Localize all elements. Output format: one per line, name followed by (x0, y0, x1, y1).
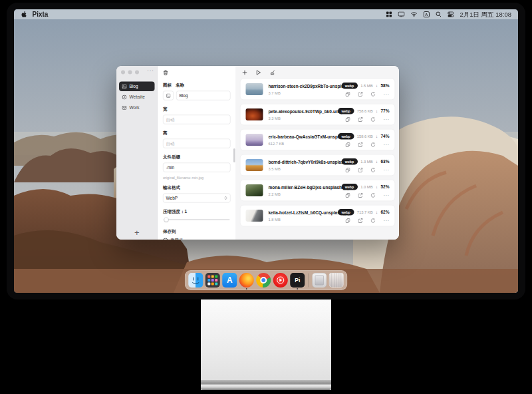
control-center-icon[interactable] (448, 11, 454, 18)
file-new-size: 158.6 KB (357, 134, 373, 138)
file-card: bernd-dittrich-7qbvY0ri9k8s-unsplash.jpg… (240, 154, 395, 176)
copy-button[interactable] (346, 218, 350, 223)
name-field[interactable] (176, 91, 231, 100)
file-card: harrison-steen-ck2D9pxRbTo-unsplash.jpg … (240, 79, 395, 100)
more-button[interactable]: ··· (384, 219, 390, 222)
more-button[interactable]: ··· (384, 194, 390, 197)
sidebar-item-website[interactable]: Website (119, 93, 155, 102)
dock-finder-icon[interactable] (188, 273, 203, 288)
check-circle-icon (163, 238, 168, 240)
reconvert-button[interactable] (371, 142, 376, 147)
finder-face (188, 273, 203, 288)
file-original-size: 3.5 MB (269, 166, 352, 170)
image-icon (166, 93, 171, 98)
slider-thumb[interactable] (164, 218, 169, 222)
reconvert-button[interactable] (371, 193, 376, 198)
file-new-size: 713.7 KB (357, 210, 373, 214)
reconvert-button[interactable] (371, 117, 376, 122)
add-preset-button[interactable]: + (134, 228, 140, 237)
copy-button[interactable] (346, 92, 350, 97)
form-scrollbar[interactable] (233, 148, 235, 162)
copy-button[interactable] (346, 142, 350, 147)
reveal-button[interactable] (358, 218, 363, 223)
file-list: harrison-steen-ck2D9pxRbTo-unsplash.jpg … (236, 78, 399, 234)
dock-music-icon[interactable] (273, 273, 288, 288)
reveal-button[interactable] (358, 142, 363, 147)
reconvert-button[interactable] (371, 218, 376, 223)
copy-button[interactable] (346, 193, 350, 198)
close-button[interactable] (121, 71, 125, 75)
copy-button[interactable] (346, 168, 350, 172)
more-button[interactable]: ··· (384, 93, 390, 96)
pixta-window: ··· Blog Website Work + (116, 66, 399, 240)
sidebar-more-button[interactable]: ··· (147, 67, 154, 75)
reveal-button[interactable] (358, 92, 363, 97)
active-app-name[interactable]: Pixta (33, 11, 49, 19)
dock-separator (308, 274, 309, 288)
file-original-size: 2.2 MB (269, 192, 350, 196)
refresh-icon (371, 117, 376, 122)
slider-track[interactable] (164, 219, 230, 220)
display-icon[interactable] (398, 12, 404, 17)
sidebar-item-blog[interactable]: Blog (119, 82, 155, 92)
monitor-stand-foot (201, 380, 331, 390)
height-field[interactable] (163, 139, 231, 148)
suffix-field[interactable] (163, 163, 231, 172)
preset-icon-picker[interactable] (163, 91, 174, 100)
run-conversion-button[interactable] (256, 70, 261, 75)
dock-trash-icon[interactable] (329, 273, 344, 288)
file-card: keila-hotzel-Lz2tsM_b0CQ-unsplash.jpg 1.… (240, 205, 395, 226)
list-toolbar (236, 66, 399, 78)
quality-slider[interactable] (164, 218, 230, 222)
dock-pixta-icon[interactable]: Pi (290, 273, 305, 288)
file-new-size: 1.0 MB (360, 185, 372, 189)
copy-button[interactable] (346, 117, 350, 122)
width-field-label: 宽 (163, 106, 231, 112)
file-new-size: 758.6 KB (357, 109, 373, 113)
width-field[interactable] (163, 115, 231, 124)
apple-menu-icon[interactable] (21, 11, 27, 18)
name-field-label: 名称 (176, 83, 184, 89)
reconvert-button[interactable] (371, 168, 376, 172)
minimize-button[interactable] (128, 71, 132, 75)
more-button[interactable]: ··· (384, 118, 390, 121)
down-arrow-icon: ↓ (376, 184, 378, 189)
add-files-button[interactable] (242, 70, 247, 75)
sidebar-item-work[interactable]: Work (119, 103, 155, 113)
save-to-original-option[interactable]: 原目录 (163, 238, 231, 240)
zoom-button[interactable] (135, 71, 139, 75)
dock-app-store-icon[interactable]: A (222, 273, 237, 288)
file-original-size: 612.7 KB (269, 141, 352, 145)
grid-icon[interactable] (386, 11, 392, 17)
down-arrow-icon: ↓ (376, 134, 378, 138)
dock-firefox-icon[interactable] (239, 273, 254, 288)
icon-field-label: 图标 (163, 83, 176, 89)
clear-list-button[interactable] (270, 70, 276, 75)
search-icon[interactable] (436, 11, 442, 17)
reveal-button[interactable] (358, 168, 363, 172)
dock-launchpad-icon[interactable] (205, 273, 220, 288)
format-select[interactable]: WebP (163, 194, 231, 203)
reconvert-button[interactable] (371, 92, 376, 97)
reveal-button[interactable] (358, 193, 363, 198)
file-list-panel: harrison-steen-ck2D9pxRbTo-unsplash.jpg … (236, 66, 399, 240)
delete-preset-button[interactable] (163, 70, 168, 77)
dock-downloads-icon[interactable] (312, 273, 327, 288)
reduction-percent: 52% (380, 184, 389, 190)
refresh-icon (371, 142, 376, 147)
down-arrow-icon: ↓ (376, 108, 378, 113)
format-value: WebP (166, 196, 178, 201)
wifi-icon[interactable] (410, 12, 417, 17)
copy-icon (346, 193, 350, 198)
file-name: bernd-dittrich-7qbvY0ri9k8s-unsplash.jpg (269, 160, 352, 165)
input-source-icon[interactable]: A (423, 11, 430, 18)
quality-label: 压缩强度：1 (163, 209, 231, 215)
reveal-button[interactable] (358, 117, 363, 122)
menu-bar-clock[interactable]: 2月1日 周五 18:08 (460, 10, 511, 19)
dock-chrome-icon[interactable] (256, 273, 271, 288)
file-thumbnail (246, 134, 263, 146)
mail-icon (122, 105, 127, 110)
file-original-size: 1.8 MB (269, 217, 350, 221)
more-button[interactable]: ··· (384, 143, 390, 146)
more-button[interactable]: ··· (384, 168, 390, 172)
